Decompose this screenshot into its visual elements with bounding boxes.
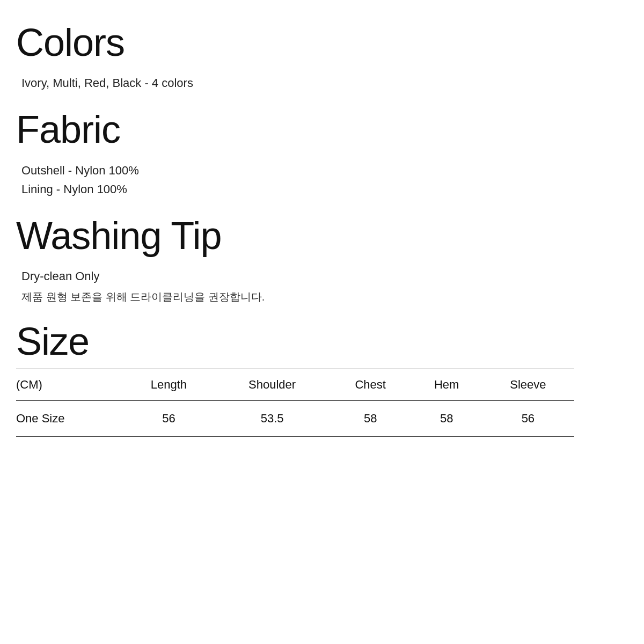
size-section: Size (CM) Length Shoulder Chest Hem Slee… xyxy=(16,320,574,436)
col-header-sleeve: Sleeve xyxy=(482,369,574,400)
table-cell: One Size xyxy=(16,400,122,436)
fabric-section: Fabric Outshell - Nylon 100% Lining - Ny… xyxy=(16,108,574,199)
size-table: (CM) Length Shoulder Chest Hem Sleeve On… xyxy=(16,369,574,437)
table-cell: 56 xyxy=(482,400,574,436)
fabric-content: Outshell - Nylon 100% Lining - Nylon 100… xyxy=(21,161,574,199)
fabric-title: Fabric xyxy=(16,108,574,151)
table-cell: 58 xyxy=(412,400,482,436)
colors-description: Ivory, Multi, Red, Black - 4 colors xyxy=(21,74,574,92)
colors-section: Colors Ivory, Multi, Red, Black - 4 colo… xyxy=(16,21,574,92)
col-header-chest: Chest xyxy=(330,369,412,400)
table-cell: 53.5 xyxy=(215,400,330,436)
washing-section: Washing Tip Dry-clean Only 제품 원형 보존을 위해 … xyxy=(16,215,574,304)
washing-tip: Dry-clean Only xyxy=(21,267,574,286)
fabric-line2: Lining - Nylon 100% xyxy=(21,180,574,199)
col-header-hem: Hem xyxy=(412,369,482,400)
col-header-shoulder: Shoulder xyxy=(215,369,330,400)
table-cell: 56 xyxy=(122,400,215,436)
table-cell: 58 xyxy=(330,400,412,436)
col-header-cm: (CM) xyxy=(16,369,122,400)
colors-title: Colors xyxy=(16,21,574,64)
size-table-header-row: (CM) Length Shoulder Chest Hem Sleeve xyxy=(16,369,574,400)
washing-title: Washing Tip xyxy=(16,215,574,257)
fabric-line1: Outshell - Nylon 100% xyxy=(21,161,574,180)
washing-korean: 제품 원형 보존을 위해 드라이클리닝을 권장합니다. xyxy=(21,290,574,304)
size-title: Size xyxy=(16,320,574,363)
col-header-length: Length xyxy=(122,369,215,400)
table-row: One Size5653.5585856 xyxy=(16,400,574,436)
